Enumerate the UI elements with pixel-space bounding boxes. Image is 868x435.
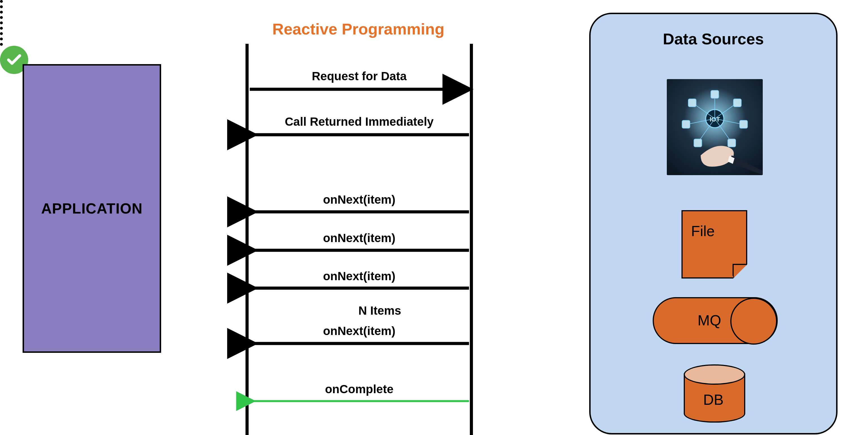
dots-continuation — [0, 0, 5, 46]
db-label: DB — [684, 391, 743, 408]
svg-rect-6 — [734, 99, 741, 107]
arrow-label-onnext-2: onNext(item) — [248, 231, 470, 245]
arrow-label-onnext-1: onNext(item) — [248, 193, 470, 206]
application-box: APPLICATION — [23, 64, 161, 353]
db-icon: DB — [684, 365, 743, 424]
file-label: File — [691, 223, 715, 239]
mq-label: MQ — [698, 312, 721, 329]
arrow-label-oncomplete: onComplete — [248, 382, 470, 396]
iot-image: IOT — [667, 79, 763, 175]
arrow-label-nitems: N Items — [359, 304, 443, 318]
application-label: APPLICATION — [41, 200, 143, 217]
svg-rect-4 — [711, 90, 719, 98]
svg-rect-14 — [682, 120, 690, 128]
diagram-title: Reactive Programming — [248, 20, 468, 38]
mq-cap — [730, 298, 777, 345]
arrow-label-onnext-4: onNext(item) — [248, 324, 470, 338]
arrow-label-onnext-3: onNext(item) — [248, 269, 470, 283]
arrow-label-request: Request for Data — [248, 69, 470, 83]
diagram-stage: APPLICATION Reactive Programming Request… — [0, 0, 868, 435]
svg-rect-10 — [728, 139, 736, 147]
svg-rect-8 — [740, 120, 747, 128]
mq-icon: MQ — [653, 297, 778, 344]
svg-rect-16 — [688, 99, 696, 107]
svg-rect-12 — [694, 139, 702, 147]
file-icon: File — [681, 210, 747, 279]
timeline-bar-right — [470, 44, 473, 435]
arrow-label-returned: Call Returned Immediately — [248, 115, 470, 128]
data-sources-panel: Data Sources IOT — [589, 13, 838, 434]
data-sources-title: Data Sources — [591, 30, 836, 48]
db-top — [684, 365, 745, 385]
